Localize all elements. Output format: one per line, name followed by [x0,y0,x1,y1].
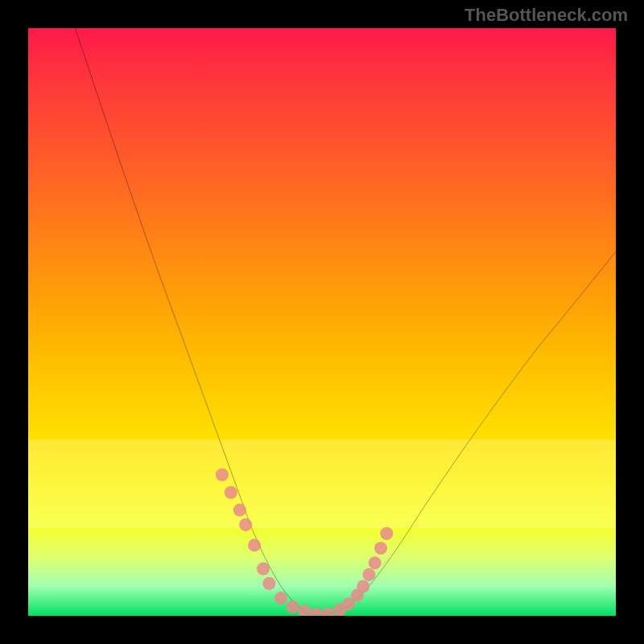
svg-point-18 [374,542,387,555]
svg-point-9 [298,605,311,616]
svg-point-15 [357,580,369,592]
svg-point-1 [225,486,237,499]
svg-point-17 [369,556,382,569]
svg-point-16 [362,568,375,581]
svg-point-7 [275,592,287,605]
watermark-text: TheBottleneck.com [464,5,628,26]
chart-plot-area [28,28,616,616]
bottleneck-curve-path [75,28,616,615]
svg-point-11 [321,608,334,616]
svg-point-2 [233,504,246,517]
svg-point-19 [380,527,393,540]
svg-point-3 [239,518,252,531]
svg-point-10 [310,608,323,616]
svg-point-6 [262,577,275,590]
chart-svg [28,28,616,616]
svg-point-4 [248,539,261,551]
svg-point-0 [216,469,229,481]
svg-point-5 [257,563,270,576]
svg-point-8 [286,601,299,613]
scatter-group [216,469,393,616]
